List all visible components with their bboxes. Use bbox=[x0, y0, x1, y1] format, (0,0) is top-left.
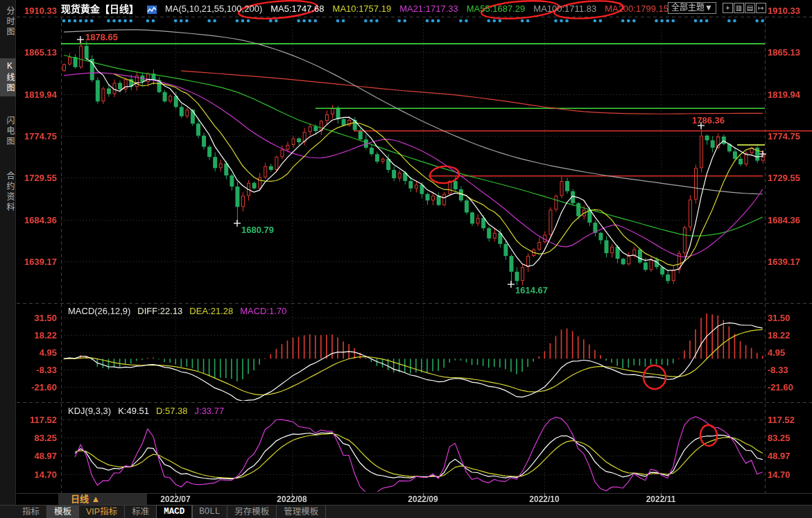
price-axis-label: 1729.55 bbox=[768, 173, 808, 183]
macd-axis-label: -21.60 bbox=[17, 382, 57, 392]
ma-group-label: MA(5,10,21,55,100,200) bbox=[165, 3, 262, 14]
indicator-toolbar: 指标 模板 VIP指标 标准 MACD BOLL 另存模板 管理模板 bbox=[0, 505, 812, 518]
date-tick: 2022/09 bbox=[395, 494, 451, 504]
kdj-axis-label: 83.25 bbox=[17, 433, 57, 443]
legend-ma10: MA10:1757.19 bbox=[333, 3, 392, 14]
kdj-title: KDJ(9,3,3) bbox=[68, 406, 111, 416]
tab-vip-indicators[interactable]: VIP指标 bbox=[79, 506, 125, 518]
macd-axis-label: 4.95 bbox=[768, 347, 808, 358]
price-axis-label: 1910.33 bbox=[768, 6, 808, 16]
legend-ma55: MA55:1687.29 bbox=[467, 3, 526, 14]
tab-standard[interactable]: 标准 bbox=[125, 506, 157, 518]
macd-diff-value: DIFF:22.13 bbox=[137, 306, 182, 316]
tab-manage-template[interactable]: 管理模板 bbox=[277, 506, 326, 518]
price-axis-label: 1865.13 bbox=[17, 47, 57, 58]
price-axis-label: 1684.36 bbox=[768, 215, 808, 225]
macd-axis-label: 18.22 bbox=[17, 330, 57, 340]
macd-axis-label: 31.50 bbox=[17, 313, 57, 323]
sidebar-item-kline-chart[interactable]: K线图 bbox=[0, 58, 16, 96]
high-price-label: 1786.36 bbox=[692, 115, 725, 126]
period-tag: 【日线】 bbox=[100, 3, 139, 15]
macd-axis-label: 18.22 bbox=[768, 330, 808, 340]
price-axis-label: 1729.55 bbox=[17, 173, 57, 183]
kdj-axis-label: 117.52 bbox=[768, 415, 808, 425]
macd-axis-label: -21.60 bbox=[768, 382, 808, 392]
kdj-j-value: J:33.77 bbox=[195, 406, 225, 416]
high-price-label: 1878.65 bbox=[85, 32, 118, 42]
price-axis-label: 1774.75 bbox=[768, 131, 808, 141]
legend-ma200: MA200:1799.15 bbox=[605, 3, 668, 14]
macd-axis-label: 31.50 bbox=[768, 313, 808, 323]
price-axis-label: 1684.36 bbox=[17, 215, 57, 225]
kdj-axis-label: 117.52 bbox=[17, 415, 57, 425]
date-tick: 2022/07 bbox=[148, 494, 203, 504]
kdj-panel-header: KDJ(9,3,3) K:49.51 D:57.38 J:33.77 bbox=[68, 406, 224, 416]
price-chart-canvas[interactable] bbox=[0, 0, 812, 518]
price-axis-label: 1639.17 bbox=[17, 257, 57, 267]
sidebar-item-lightning-chart[interactable]: 闪电图 bbox=[0, 113, 16, 150]
symbol-name: 现货黄金 bbox=[61, 3, 100, 15]
macd-title: MACD(26,12,9) bbox=[68, 306, 130, 316]
kdj-axis-label: 14.70 bbox=[17, 469, 57, 480]
price-axis-label: 1819.94 bbox=[768, 89, 808, 100]
kdj-axis-label: 48.97 bbox=[768, 451, 808, 461]
price-axis-label: 1639.17 bbox=[768, 257, 808, 267]
period-selector[interactable]: 日线 ▲ bbox=[58, 494, 147, 505]
detach-window-icon[interactable]: ↦ bbox=[756, 3, 766, 13]
chart-header: 现货黄金【日线】 MA(5,10,21,55,100,200) MA5:1747… bbox=[61, 1, 668, 15]
legend-ma100: MA100:1711.83 bbox=[533, 3, 596, 14]
price-axis-label: 1819.94 bbox=[17, 89, 57, 100]
price-axis-label: 1910.33 bbox=[17, 6, 57, 16]
macd-dea-value: DEA:21.28 bbox=[189, 306, 233, 316]
pan-crosshair-icon[interactable]: + bbox=[723, 3, 733, 13]
kdj-d-value: D:57.38 bbox=[156, 406, 188, 416]
kdj-axis-label: 48.97 bbox=[17, 451, 57, 461]
macd-axis-label: 4.95 bbox=[17, 347, 57, 358]
kdj-axis-label: 83.25 bbox=[768, 433, 808, 443]
macd-axis-label: -8.33 bbox=[17, 365, 57, 375]
macd-panel-header: MACD(26,12,9) DIFF:22.13 DEA:21.28 MACD:… bbox=[68, 306, 286, 316]
macd-value: MACD:1.70 bbox=[240, 306, 286, 316]
price-axis-label: 1774.75 bbox=[17, 131, 57, 141]
tab-macd[interactable]: MACD bbox=[157, 506, 192, 518]
macd-axis-label: -8.33 bbox=[768, 365, 808, 375]
tab-indicators[interactable]: 指标 bbox=[15, 506, 47, 518]
chart-type-sidebar: 分时图 K线图 闪电图 合约资料 bbox=[0, 0, 16, 518]
sidebar-item-time-chart[interactable]: 分时图 bbox=[0, 3, 16, 40]
kdj-axis-label: 14.70 bbox=[768, 469, 808, 480]
left-scale-icon[interactable]: ▥ bbox=[734, 3, 744, 13]
date-tick: 2022/08 bbox=[264, 494, 320, 504]
low-price-label: 1614.67 bbox=[515, 285, 548, 295]
date-tick: 2022/10 bbox=[517, 494, 572, 504]
legend-ma5: MA5:1747.68 bbox=[270, 3, 324, 14]
right-scale-icon[interactable]: ▤ bbox=[745, 3, 755, 13]
price-axis-label: 1865.13 bbox=[768, 47, 808, 58]
low-price-label: 1680.79 bbox=[241, 225, 274, 235]
kline-chart-icon bbox=[147, 4, 157, 12]
tab-templates[interactable]: 模板 bbox=[47, 506, 79, 518]
legend-ma21: MA21:1717.33 bbox=[399, 3, 458, 14]
kdj-k-value: K:49.51 bbox=[118, 406, 149, 416]
tab-save-template[interactable]: 另存模板 bbox=[227, 506, 277, 518]
sidebar-item-contract-info[interactable]: 合约资料 bbox=[0, 169, 16, 216]
tab-boll[interactable]: BOLL bbox=[192, 506, 227, 518]
date-tick: 2022/11 bbox=[633, 494, 689, 504]
theme-selector-button[interactable]: 全部主题▼ bbox=[668, 2, 716, 14]
